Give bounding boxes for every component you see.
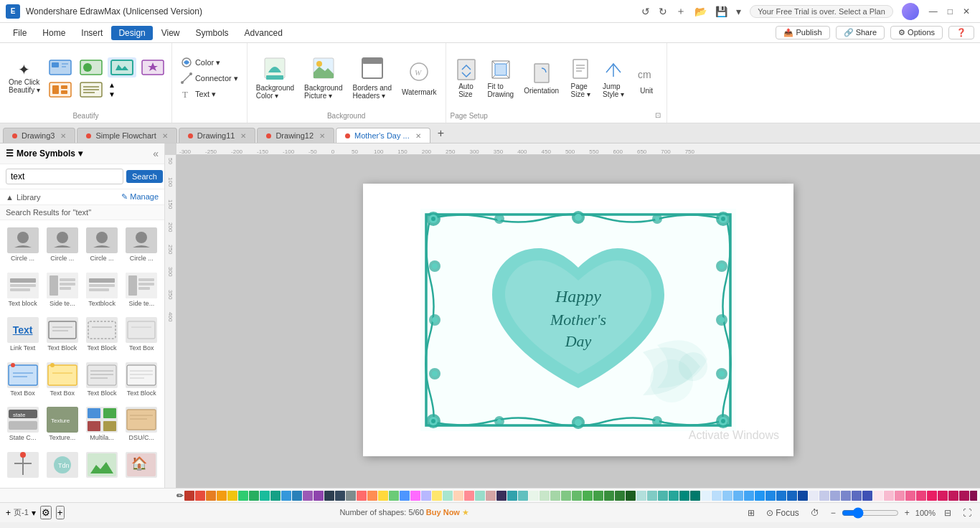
- close-button[interactable]: ✕: [958, 5, 974, 18]
- symbol-extra-3[interactable]: [84, 449, 121, 484]
- color-swatch[interactable]: [314, 491, 324, 501]
- color-swatch[interactable]: [733, 491, 743, 501]
- color-pen-icon[interactable]: ✏: [176, 491, 184, 501]
- color-swatch[interactable]: [432, 491, 442, 501]
- color-swatch[interactable]: [765, 491, 776, 501]
- minimize-button[interactable]: —: [925, 5, 942, 18]
- color-swatch[interactable]: [636, 491, 646, 501]
- symbol-text-box-filled-2[interactable]: Text Box: [44, 359, 80, 402]
- menu-advanced[interactable]: Advanced: [237, 26, 290, 40]
- symbol-extra-2[interactable]: Tdn: [44, 449, 80, 484]
- color-swatch[interactable]: [852, 491, 862, 501]
- history-button[interactable]: ⏱: [808, 506, 822, 519]
- tab-drawing12[interactable]: Drawing12 ✕: [257, 128, 334, 143]
- add-page-icon-button[interactable]: +: [56, 506, 65, 519]
- color-swatch[interactable]: [776, 491, 786, 501]
- symbol-text-block-3[interactable]: Text Block: [84, 359, 121, 402]
- color-swatch[interactable]: [873, 491, 883, 501]
- color-swatch[interactable]: [830, 491, 840, 501]
- color-swatch[interactable]: [948, 491, 958, 501]
- color-swatch[interactable]: [669, 491, 679, 501]
- canvas-wrapper[interactable]: -300 -250 -200 -150 -100 -50 0 50 100 15…: [165, 143, 980, 488]
- color-swatch[interactable]: [389, 491, 399, 501]
- color-swatch[interactable]: [400, 491, 410, 501]
- unit-button[interactable]: cm Unit: [631, 60, 662, 98]
- color-swatch[interactable]: [518, 491, 528, 501]
- page-size-button[interactable]: PageSize ▾: [565, 55, 596, 101]
- color-swatch[interactable]: [249, 491, 259, 501]
- color-swatch[interactable]: [615, 491, 625, 501]
- color-swatch[interactable]: [529, 491, 539, 501]
- menu-insert[interactable]: Insert: [74, 26, 110, 40]
- color-swatch[interactable]: [561, 491, 571, 501]
- tab-close-drawing11[interactable]: ✕: [240, 132, 246, 140]
- color-swatch[interactable]: [604, 491, 614, 501]
- color-swatch[interactable]: [905, 491, 915, 501]
- color-swatch[interactable]: [679, 491, 689, 501]
- panel-collapse-button[interactable]: «: [153, 148, 159, 159]
- color-swatch[interactable]: [583, 491, 593, 501]
- open-button[interactable]: 📂: [692, 4, 710, 19]
- menu-home[interactable]: Home: [35, 26, 72, 40]
- publish-button[interactable]: 📤 Publish: [776, 26, 829, 39]
- color-swatch[interactable]: [540, 491, 550, 501]
- help-button[interactable]: ❓: [948, 26, 974, 39]
- color-swatch[interactable]: [841, 491, 851, 501]
- layers-button[interactable]: ⊞: [745, 506, 758, 519]
- color-swatch[interactable]: [410, 491, 420, 501]
- color-swatch[interactable]: [453, 491, 463, 501]
- color-swatch[interactable]: [722, 491, 732, 501]
- page-settings-button[interactable]: ⚙: [40, 506, 52, 519]
- color-swatch[interactable]: [959, 491, 969, 501]
- tab-close-flowchart[interactable]: ✕: [162, 132, 168, 140]
- color-swatch[interactable]: [475, 491, 485, 501]
- color-swatch[interactable]: [895, 491, 905, 501]
- buy-now-link[interactable]: Buy Now: [426, 508, 460, 517]
- symbol-extra-4[interactable]: 🏠: [123, 449, 160, 484]
- color-swatch[interactable]: [496, 491, 507, 501]
- color-swatch[interactable]: [550, 491, 560, 501]
- search-input[interactable]: [6, 169, 123, 184]
- search-button[interactable]: Search: [126, 170, 163, 183]
- color-swatch[interactable]: [862, 491, 872, 501]
- color-button[interactable]: Color ▾: [176, 55, 225, 70]
- zoom-in-button[interactable]: +: [902, 506, 913, 519]
- background-color-button[interactable]: BackgroundColor ▾: [252, 54, 298, 103]
- color-swatch[interactable]: [195, 491, 205, 501]
- color-swatch[interactable]: [346, 491, 356, 501]
- color-swatch[interactable]: [206, 491, 216, 501]
- borders-headers-button[interactable]: Borders andHeaders ▾: [348, 54, 395, 103]
- color-swatch[interactable]: [970, 491, 977, 501]
- jump-style-button[interactable]: JumpStyle ▾: [598, 55, 629, 101]
- color-swatch[interactable]: [443, 491, 453, 501]
- color-swatch[interactable]: [292, 491, 302, 501]
- color-swatch[interactable]: [217, 491, 227, 501]
- beautify-style-4[interactable]: [138, 57, 167, 77]
- color-swatch[interactable]: [593, 491, 603, 501]
- tab-close-drawing3[interactable]: ✕: [60, 132, 66, 140]
- manage-link[interactable]: ✎ Manage: [121, 192, 159, 202]
- undo-button[interactable]: ↺: [639, 4, 653, 19]
- canvas-drawing-area[interactable]: Happy Mother's Day Activate Windows: [176, 155, 980, 488]
- share-button[interactable]: 🔗 Share: [836, 26, 885, 39]
- focus-button[interactable]: ⊙ Focus: [763, 506, 802, 519]
- tab-close-mothers-day[interactable]: ✕: [415, 132, 421, 140]
- tab-simple-flowchart[interactable]: Simple Flowchart ✕: [77, 128, 176, 143]
- color-swatch[interactable]: [378, 491, 388, 501]
- more-button[interactable]: ▾: [733, 4, 744, 19]
- background-picture-button[interactable]: BackgroundPicture ▾: [300, 54, 347, 103]
- menu-symbols[interactable]: Symbols: [189, 26, 236, 40]
- watermark-button[interactable]: W Watermark: [397, 58, 441, 99]
- text-button[interactable]: T Text ▾: [176, 87, 220, 101]
- tab-drawing11[interactable]: Drawing11 ✕: [179, 128, 256, 143]
- color-swatch[interactable]: [335, 491, 345, 501]
- color-swatch[interactable]: [303, 491, 313, 501]
- trial-banner[interactable]: Your Free Trial is over. Select a Plan: [750, 5, 893, 18]
- color-swatch[interactable]: [744, 491, 754, 501]
- color-swatch[interactable]: [357, 491, 367, 501]
- color-swatch[interactable]: [798, 491, 808, 501]
- color-swatch[interactable]: [260, 491, 270, 501]
- color-swatch[interactable]: [819, 491, 829, 501]
- symbol-circle-4[interactable]: Circle ...: [123, 225, 160, 267]
- color-swatch[interactable]: [647, 491, 657, 501]
